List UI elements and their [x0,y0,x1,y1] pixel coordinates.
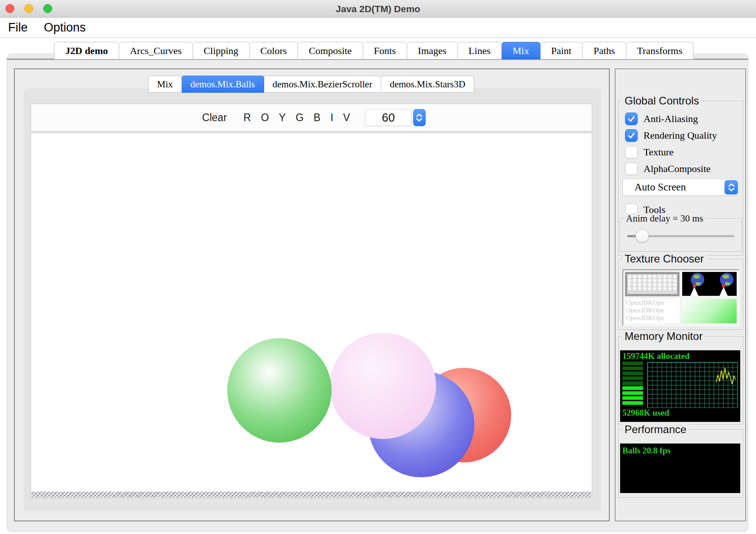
menu-file[interactable]: File [8,21,28,35]
tab-colors[interactable]: Colors [250,42,298,59]
anim-delay-group: Anim delay = 30 ms [620,218,742,252]
window-title: Java 2D(TM) Demo [0,0,756,18]
pattern-strip [32,492,591,498]
demo-tab-demos-mix-stars3d[interactable]: demos.Mix.Stars3D [381,76,474,93]
stars-texture-pattern: ✱✱✱✱✱✱✱✱✱✱✱✱✱✱✱✱✱✱✱✱✱✱✱✱✱✱✱✱✱✱✱✱✱✱✱✱✱✱✱✱… [627,275,677,291]
demo-tab-demos-mix-balls[interactable]: demos.Mix.Balls [182,76,264,93]
ball-count-field[interactable]: 60 [365,109,412,126]
menu-bar: File Options [0,18,756,38]
tab-mix[interactable]: Mix [502,42,540,59]
texture-checkbox[interactable] [625,146,638,158]
tab-paths[interactable]: Paths [583,42,626,59]
demo-tab-bar: Mixdemos.Mix.Ballsdemos.Mix.BezierScroll… [148,76,474,93]
memory-monitor-title: Memory Monitor [622,330,705,343]
demo-canvas[interactable] [31,133,592,498]
color-button-g[interactable]: G [291,112,308,124]
color-button-v[interactable]: V [339,112,355,124]
demo-tab-demos-mix-bezierscroller[interactable]: demos.Mix.BezierScroller [264,76,382,93]
tab-lines[interactable]: Lines [458,42,502,59]
main-tab-bar: J2D demoArcs_CurvesClippingColorsComposi… [54,42,693,59]
memory-bar-dark [622,381,643,385]
memory-monitor-panel: 159744K allocated 52968K used [620,350,740,422]
color-button-b[interactable]: B [309,112,325,124]
texture-chooser-title: Texture Chooser [622,253,706,265]
tab-fonts[interactable]: Fonts [363,42,407,59]
tab-arcs-curves[interactable]: Arcs_Curves [119,42,193,59]
texture-chooser-group: Texture Chooser ✱✱✱✱✱✱✱✱✱✱✱✱✱✱✱✱✱✱✱✱✱✱✱✱… [618,259,743,330]
checkbox-row-rendering-quality: Rendering Quality [625,127,740,144]
memory-bar-bright [622,386,643,390]
memory-spike-graph [716,366,736,388]
openjdk-text-line: OpenJDKOpe [625,307,680,314]
memory-used-text: 52968K used [622,408,738,418]
tab-clipping[interactable]: Clipping [193,42,250,59]
performance-title: Performance [622,423,688,436]
earth-texture-image [682,272,737,296]
tab-images[interactable]: Images [407,42,458,59]
title-bar: Java 2D(TM) Demo [0,0,756,18]
anim-delay-slider[interactable] [627,235,734,237]
stars-row: ✱✱✱✱✱✱✱✱✱✱✱✱✱✱✱ [627,287,677,291]
checkbox-label-anti-aliasing: Anti-Aliasing [644,113,698,125]
color-button-r[interactable]: R [239,112,256,124]
global-controls-group: Global Controls Anti-AliasingRendering Q… [618,101,743,256]
memory-history-grid [647,362,738,408]
global-controls-title: Global Controls [622,95,701,107]
screen-dropdown-value: Auto Screen [634,179,686,195]
stars-texture-swatch[interactable]: ✱✱✱✱✱✱✱✱✱✱✱✱✱✱✱✱✱✱✱✱✱✱✱✱✱✱✱✱✱✱✱✱✱✱✱✱✱✱✱✱… [625,272,680,296]
memory-bar-dark [622,367,643,370]
color-button-o[interactable]: O [256,112,274,124]
demo-tab-mix[interactable]: Mix [148,76,182,93]
checkbox-label-alphacomposite: AlphaComposite [644,163,711,175]
clear-button[interactable]: Clear [198,112,231,124]
demo-toolbar: Clear ROYGBIV 60 [31,104,592,131]
global-controls-checkboxes: Anti-AliasingRendering QualityTextureAlp… [625,110,740,177]
anim-delay-label: Anim delay = 30 ms [624,213,706,224]
memory-bar-dark [622,362,643,365]
memory-bar-bright [622,396,643,400]
ball-count-stepper[interactable] [413,109,426,126]
earth-texture-swatch[interactable] [682,272,737,296]
checkbox-label-texture: Texture [644,146,674,158]
ball-count-spinner: 60 [365,109,426,126]
pink-ball [330,333,436,439]
performance-stats-text: Balls 20.8 fps [622,446,738,456]
anti-aliasing-checkbox[interactable] [625,113,638,125]
checkbox-row-texture: Texture [625,144,740,160]
checkbox-row-anti-aliasing: Anti-Aliasing [625,110,740,127]
gradient-texture-swatch[interactable] [682,299,737,323]
checkbox-row-alphacomposite: AlphaComposite [625,160,740,177]
memory-bar-bright [622,401,643,405]
openjdk-texture-swatch[interactable]: OpenJDKOpeOpenJDKOpeOpenJDKOpe [625,299,680,323]
memory-bar-dark [622,376,643,380]
color-button-y[interactable]: Y [274,112,290,124]
tab-paint[interactable]: Paint [540,42,583,59]
performance-group: Performance Balls 20.8 fps [618,430,743,498]
tab-transforms[interactable]: Transforms [626,42,694,59]
performance-panel: Balls 20.8 fps [620,443,740,493]
screen-dropdown[interactable]: Auto Screen [622,179,739,196]
tab-j2d-demo[interactable]: J2D demo [54,42,119,59]
rendering-quality-checkbox[interactable] [625,129,638,142]
memory-allocated-text: 159744K allocated [622,351,738,361]
controls-sidebar: Global Controls Anti-AliasingRendering Q… [615,68,746,521]
color-buttons: ROYGBIV [238,112,355,124]
texture-chooser-panel: ✱✱✱✱✱✱✱✱✱✱✱✱✱✱✱✱✱✱✱✱✱✱✱✱✱✱✱✱✱✱✱✱✱✱✱✱✱✱✱✱… [622,269,739,326]
tab-composite[interactable]: Composite [298,42,363,59]
memory-bars [622,362,643,408]
color-button-i[interactable]: I [326,112,338,124]
checkbox-label-rendering-quality: Rendering Quality [644,130,717,141]
memory-monitor-group: Memory Monitor 159744K allocated 52968K … [618,336,743,425]
menu-options[interactable]: Options [44,21,86,35]
alphacomposite-checkbox[interactable] [625,163,638,175]
openjdk-text-line: OpenJDKOpe [625,314,680,322]
memory-bar-bright [622,391,643,395]
openjdk-text-line: OpenJDKOpe [625,299,680,307]
screen-dropdown-stepper-icon[interactable] [724,180,738,195]
green-ball [227,338,332,443]
memory-bar-dark [622,371,643,375]
anim-delay-slider-thumb[interactable] [635,229,649,243]
